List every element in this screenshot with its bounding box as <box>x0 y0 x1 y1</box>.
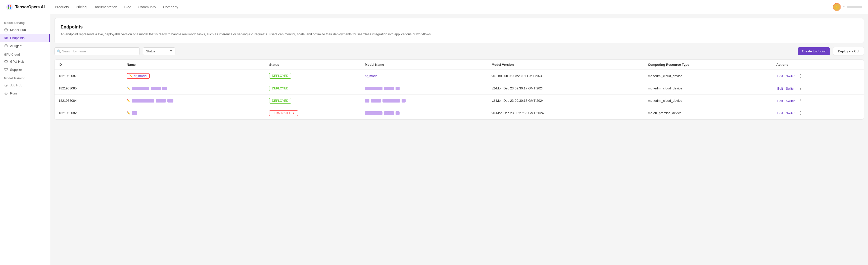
svg-point-17 <box>6 70 7 71</box>
status-badge-deployed: DEPLOYED <box>269 86 291 91</box>
nav-documentation[interactable]: Documentation <box>93 5 117 9</box>
status-badge-deployed: DEPLOYED <box>269 98 291 104</box>
edit-pencil-icon: ✏️ <box>129 74 133 78</box>
redacted-name <box>132 87 149 90</box>
search-input[interactable] <box>54 47 140 55</box>
nav-links: Products Pricing Documentation Blog Comm… <box>55 5 833 9</box>
svg-point-16 <box>5 70 5 71</box>
supplier-icon <box>4 68 8 72</box>
gpu-icon <box>4 59 8 63</box>
status-badge-deployed: DEPLOYED <box>269 73 291 79</box>
more-button[interactable]: ⋮ <box>797 98 803 103</box>
redacted-name-3 <box>162 87 167 90</box>
search-wrapper: 🔍 <box>54 47 140 55</box>
nav-company[interactable]: Company <box>163 5 178 9</box>
sidebar-item-endpoints[interactable]: Endpoints <box>0 34 50 42</box>
redacted-model-2 <box>382 99 400 103</box>
agent-icon <box>4 44 8 48</box>
nav-blog[interactable]: Blog <box>124 5 131 9</box>
nav-community[interactable]: Community <box>138 5 156 9</box>
sidebar-item-job-hub[interactable]: Job Hub <box>0 81 50 89</box>
cell-model-version: v2-Mon Dec 23 09:30:17 GMT 2024 <box>488 95 644 107</box>
sidebar-item-ai-agent[interactable]: AI Agent <box>0 42 50 50</box>
username-redacted <box>847 6 862 8</box>
model-name-cell <box>365 99 484 103</box>
edit-button[interactable]: Edit <box>776 99 784 103</box>
create-endpoint-button[interactable]: Create Endpoint <box>798 47 830 55</box>
switch-button[interactable]: Switch <box>785 99 796 103</box>
col-actions: Actions <box>772 60 864 70</box>
redacted-model-3 <box>396 87 400 90</box>
col-model-name: Model Name <box>361 60 488 70</box>
edit-button[interactable]: Edit <box>776 74 784 78</box>
cell-id: 1821953084 <box>55 95 123 107</box>
svg-text:⚡: ⚡ <box>835 5 839 9</box>
toolbar: 🔍 Status DEPLOYED TERMINATED PENDING Cre… <box>54 47 864 55</box>
redacted-name-2 <box>151 87 161 90</box>
cell-model-name <box>361 107 488 119</box>
redacted-model <box>371 99 381 103</box>
table-row: 1821953085 ✏️ DEPLOYED <box>55 82 864 95</box>
cell-model-version: v0-Thu Jun 06 03:23:01 GMT 2024 <box>488 70 644 82</box>
page-header-card: Endpoints An endpoint represents a live,… <box>54 18 864 43</box>
col-status: Status <box>265 60 361 70</box>
model-name-cell <box>365 111 484 115</box>
redacted-model-3 <box>396 111 400 115</box>
svg-point-12 <box>5 45 6 46</box>
redacted-model <box>365 87 382 90</box>
avatar[interactable]: ⚡ <box>833 3 841 11</box>
redacted-model-3 <box>402 99 406 103</box>
cell-computing-resource: md.fedml_cloud_device <box>644 70 772 82</box>
svg-point-1 <box>8 5 9 7</box>
model-name-link[interactable]: hf_model <box>365 74 378 78</box>
job-icon <box>4 83 8 87</box>
sidebar-item-supplier[interactable]: Supplier <box>0 65 50 74</box>
status-badge-terminated: TERMINATED ▲ <box>269 110 298 116</box>
hub-icon <box>4 28 8 32</box>
username: f <box>843 5 844 9</box>
cell-name: ✏️ <box>123 95 265 107</box>
cell-name: ✏️ hf_model <box>123 70 265 82</box>
svg-point-10 <box>5 37 6 38</box>
nav-pricing[interactable]: Pricing <box>76 5 87 9</box>
switch-button[interactable]: Switch <box>785 87 796 90</box>
switch-button[interactable]: Switch <box>785 111 796 115</box>
sidebar-item-model-hub[interactable]: Model Hub <box>0 26 50 34</box>
edit-button[interactable]: Edit <box>776 87 784 90</box>
more-button[interactable]: ⋮ <box>797 74 803 78</box>
cell-model-version: v0-Mon Dec 23 09:27:55 GMT 2024 <box>488 107 644 119</box>
cell-id: 1821953085 <box>55 82 123 95</box>
svg-rect-13 <box>4 61 7 62</box>
sidebar-item-gpu-hub[interactable]: GPU Hub <box>0 57 50 65</box>
sidebar-item-runs[interactable]: Runs <box>0 89 50 97</box>
table-body: 1821953087 ✏️ hf_model DEPLOYED hf_model <box>55 70 864 119</box>
cell-model-name <box>361 82 488 95</box>
redacted-name-3 <box>167 99 174 103</box>
sidebar-section-model-serving: Model Serving <box>0 18 50 26</box>
col-model-version: Model Version <box>488 60 644 70</box>
svg-point-0 <box>6 4 13 10</box>
edit-icon: ✏️ <box>127 99 130 102</box>
edit-icon: ✏️ <box>127 111 130 115</box>
col-computing-resource: Computing Resource Type <box>644 60 772 70</box>
sidebar-label-endpoints: Endpoints <box>10 36 25 40</box>
more-button[interactable]: ⋮ <box>797 111 803 115</box>
cell-id: 1821953082 <box>55 107 123 119</box>
status-select-wrapper: Status DEPLOYED TERMINATED PENDING <box>143 47 176 55</box>
sidebar-label-job-hub: Job Hub <box>10 83 22 87</box>
nav-products[interactable]: Products <box>55 5 69 9</box>
sidebar: Model Serving Model Hub Endpoints AI Age… <box>0 14 50 265</box>
search-icon: 🔍 <box>57 49 61 53</box>
redacted-name-short <box>132 111 137 115</box>
name-link[interactable]: hf_model <box>134 74 147 78</box>
runs-icon <box>4 91 8 95</box>
brand-logo[interactable]: TensorOpera AI <box>6 3 45 10</box>
endpoint-icon <box>4 36 8 40</box>
deploy-via-cli-button[interactable]: Deploy via CLI <box>833 47 864 55</box>
more-button[interactable]: ⋮ <box>797 86 803 91</box>
edit-button[interactable]: Edit <box>776 111 784 115</box>
switch-button[interactable]: Switch <box>785 74 796 78</box>
cell-status: DEPLOYED <box>265 82 361 95</box>
logo-icon <box>6 3 13 10</box>
status-select[interactable]: Status DEPLOYED TERMINATED PENDING <box>143 47 176 55</box>
